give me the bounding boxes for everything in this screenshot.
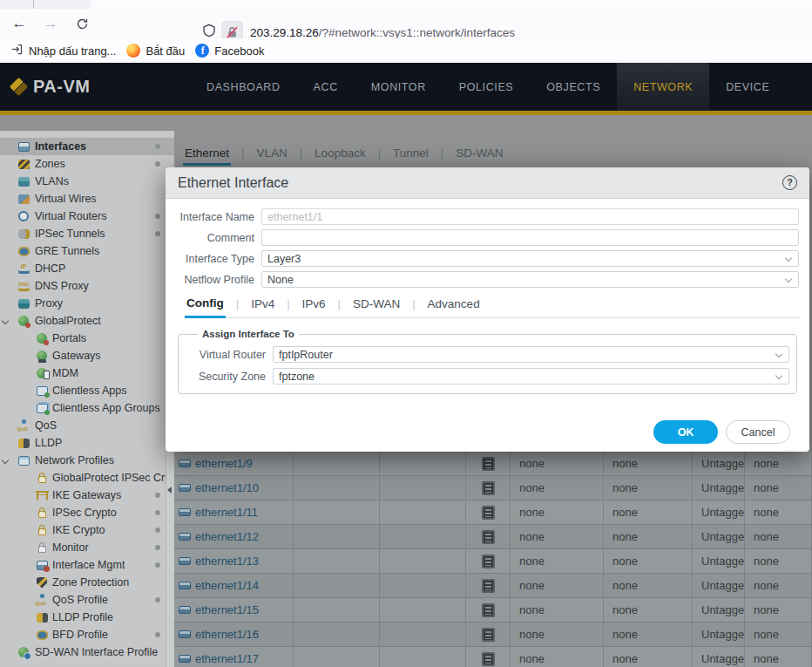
cancel-button[interactable]: Cancel <box>726 420 790 444</box>
nav-network[interactable]: NETWORK <box>617 63 709 111</box>
sidebar-item-portals[interactable]: Portals <box>0 330 174 347</box>
table-row[interactable]: ethernet1/13nonenoneUntaggednone <box>174 549 812 574</box>
nav-acc[interactable]: ACC <box>297 63 355 111</box>
interface-link[interactable]: ethernet1/12 <box>195 530 259 543</box>
link-state-cell <box>466 525 511 548</box>
interface-status-icon[interactable] <box>482 530 495 544</box>
sidebar-item-sd-wan-interface-profile[interactable]: SD-WAN Interface Profile <box>0 643 174 661</box>
empty-cell <box>294 598 380 622</box>
value-cell: Untagged <box>693 598 745 622</box>
interface-status-icon[interactable] <box>482 579 495 593</box>
interface-status-icon[interactable] <box>482 555 495 568</box>
sidebar-item-qos-profile[interactable]: QoS Profile <box>0 591 174 609</box>
forward-icon[interactable]: → <box>38 12 63 35</box>
interface-status-icon[interactable] <box>482 506 495 520</box>
sidebar-item-qos[interactable]: QoS <box>0 417 174 434</box>
interface-link[interactable]: ethernet1/13 <box>195 555 259 568</box>
reload-icon[interactable] <box>70 12 94 35</box>
interface-status-icon[interactable] <box>482 628 495 642</box>
interface-link[interactable]: ethernet1/16 <box>195 628 259 641</box>
dialog-tab-config[interactable]: Config <box>185 296 226 318</box>
bookmark-nh-p-d-u-trang[interactable]: Nhập dấu trang... <box>10 43 116 58</box>
sidebar-item-network-profiles[interactable]: Network Profiles <box>0 452 174 469</box>
interface-type-select[interactable]: Layer3 <box>261 250 799 267</box>
interface-link[interactable]: ethernet1/11 <box>195 506 258 519</box>
sidebar-item-clientless-app-groups[interactable]: Clientless App Groups <box>0 399 174 417</box>
netflow-profile-select[interactable]: None <box>261 271 799 288</box>
proxy-icon <box>18 299 30 309</box>
table-row[interactable]: ethernet1/15nonenoneUntaggednone <box>174 598 812 623</box>
sidebar-item-lldp-profile[interactable]: LLDP Profile <box>0 609 174 626</box>
sidebar-item-ipsec-crypto[interactable]: IPSec Crypto <box>0 504 174 521</box>
sidebar-item-gre-tunnels[interactable]: GRE Tunnels <box>0 242 174 260</box>
nav-objects[interactable]: OBJECTS <box>530 63 617 111</box>
dialog-tab-advanced[interactable]: Advanced <box>426 297 482 316</box>
sidebar-item-vlans[interactable]: VLANs <box>0 173 174 190</box>
security-zone-select[interactable]: fptzone <box>273 368 789 385</box>
tab-sd-wan[interactable]: SD-WAN <box>454 146 504 160</box>
chevron-down-icon[interactable] <box>2 317 9 324</box>
sidebar-item-bfd-profile[interactable]: BFD Profile <box>0 626 174 643</box>
tab-loopback[interactable]: Loopback <box>313 146 368 160</box>
sidebar-item-proxy[interactable]: Proxy <box>0 295 174 312</box>
value-cell: none <box>511 525 604 548</box>
sidebar-item-globalprotect[interactable]: GlobalProtect <box>0 312 174 330</box>
sidebar-item-ipsec-tunnels[interactable]: IPSec Tunnels <box>0 225 174 242</box>
sidebar-item-ike-crypto[interactable]: IKE Crypto <box>0 521 174 539</box>
tab-vlan[interactable]: VLAN <box>254 146 288 160</box>
sidebar-item-zones[interactable]: Zones <box>0 155 174 173</box>
nav-policies[interactable]: POLICIES <box>443 63 530 111</box>
sidebar-item-virtual-wires[interactable]: Virtual Wires <box>0 190 174 208</box>
collapse-arrow-icon[interactable] <box>167 487 172 493</box>
bookmark-b-t-u[interactable]: Bắt đầu <box>126 44 185 58</box>
interface-link[interactable]: ethernet1/9 <box>195 457 253 470</box>
dialog-tab-ipv4[interactable]: IPv4 <box>249 297 276 316</box>
sidebar-item-virtual-routers[interactable]: Virtual Routers <box>0 208 174 225</box>
sidebar-item-interface-mgmt[interactable]: Interface Mgmt <box>0 556 174 574</box>
nav-device[interactable]: DEVICE <box>709 63 786 111</box>
tab-ethernet[interactable]: Ethernet <box>183 146 231 166</box>
sidebar-item-mdm[interactable]: MDM <box>0 364 174 382</box>
nav-monitor[interactable]: MONITOR <box>355 63 443 111</box>
table-row[interactable]: ethernet1/10nonenoneUntaggednone <box>174 476 812 500</box>
table-row[interactable]: ethernet1/9nonenoneUntaggednone <box>174 452 812 476</box>
ok-button[interactable]: OK <box>653 420 718 444</box>
nav-dashboard[interactable]: DASHBOARD <box>190 63 297 111</box>
sidebar-item-ike-gateways[interactable]: IKE Gateways <box>0 487 174 504</box>
sidebar-item-dns-proxy[interactable]: DNS Proxy <box>0 277 174 295</box>
interface-link[interactable]: ethernet1/15 <box>195 603 259 616</box>
tab-tunnel[interactable]: Tunnel <box>391 146 430 160</box>
sidebar-item-interfaces[interactable]: Interfaces <box>0 138 174 155</box>
sidebar-item-clientless-apps[interactable]: Clientless Apps <box>0 382 174 399</box>
table-row[interactable]: ethernet1/16nonenoneUntaggednone <box>174 623 812 647</box>
bookmark-facebook[interactable]: Facebook <box>195 44 264 58</box>
interface-status-icon[interactable] <box>482 457 495 471</box>
chevron-down-icon[interactable] <box>2 457 9 464</box>
value-cell: none <box>511 549 604 573</box>
table-row[interactable]: ethernet1/11nonenoneUntaggednone <box>174 500 812 525</box>
interface-status-icon[interactable] <box>482 652 495 666</box>
comment-input[interactable] <box>261 229 799 246</box>
table-row[interactable]: ethernet1/17nonenoneUntaggednone <box>174 647 812 667</box>
dialog-tab-sd-wan[interactable]: SD-WAN <box>351 297 402 316</box>
interface-name-input[interactable]: ethernet1/1 <box>261 208 799 225</box>
sidebar-item-monitor[interactable]: Monitor <box>0 539 174 556</box>
table-row[interactable]: ethernet1/14nonenoneUntaggednone <box>174 574 812 598</box>
value-cell: none <box>745 452 812 475</box>
virtual-router-select[interactable]: fptIpRouter <box>273 346 789 363</box>
sidebar-item-dhcp[interactable]: DHCP <box>0 260 174 277</box>
interface-status-icon[interactable] <box>482 603 495 617</box>
table-row[interactable]: ethernet1/12nonenoneUntaggednone <box>174 525 812 549</box>
dialog-tab-ipv6[interactable]: IPv6 <box>301 297 328 316</box>
sidebar-item-gateways[interactable]: Gateways <box>0 347 174 364</box>
sidebar-item-globalprotect-ipsec-crypto[interactable]: GlobalProtect IPSec Crypto <box>0 469 174 487</box>
interface-link[interactable]: ethernet1/14 <box>195 579 259 592</box>
interface-link[interactable]: ethernet1/17 <box>195 652 259 665</box>
sidebar-item-zone-protection[interactable]: Zone Protection <box>0 574 174 591</box>
back-icon[interactable]: ← <box>7 12 31 35</box>
interface-link[interactable]: ethernet1/10 <box>195 481 259 494</box>
interface-status-icon[interactable] <box>482 481 495 495</box>
value-cell: none <box>511 647 604 667</box>
sidebar-item-lldp[interactable]: LLDP <box>0 434 174 452</box>
help-icon[interactable] <box>782 175 797 190</box>
